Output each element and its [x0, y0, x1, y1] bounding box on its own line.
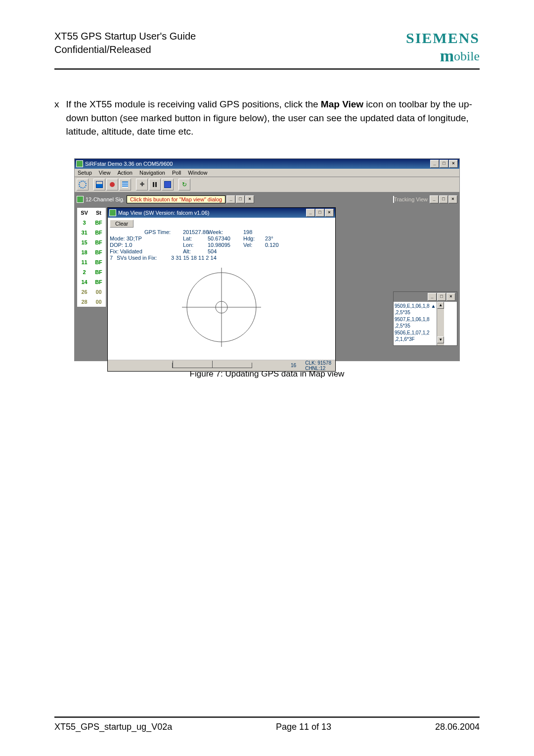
tracking-scrollbar[interactable]: ▲ ▼ — [437, 302, 444, 345]
pause-icon — [153, 182, 157, 187]
page: XT55 GPS Startup User's Guide Confidenti… — [0, 0, 534, 756]
track-line: 9507,E,1,06,1,8 — [395, 316, 436, 323]
scroll-down-icon[interactable]: ▼ — [437, 336, 444, 343]
toolbar: ✚ ↻ — [75, 177, 459, 192]
tracking-mini-window: _ □ × 9509,E,1,06,1,8 ▲ ,2,5*35 9507,E,1… — [393, 291, 457, 346]
label-gpstime: GPS Time: — [144, 229, 183, 235]
tracking-mini-min[interactable]: _ — [428, 293, 437, 301]
label-svs: SVs Used in Fix: — [117, 255, 171, 261]
sv-row: 11BF — [77, 257, 106, 267]
scroll-up-icon[interactable]: ▲ — [437, 302, 444, 309]
toolbar-grid-button[interactable] — [119, 179, 131, 190]
toolbar-pause-button[interactable] — [149, 179, 161, 190]
body-text: x If the XT55 module is receiving valid … — [54, 97, 480, 139]
mapview-title: Map View (SW Version: falcom v1.06) — [118, 210, 209, 216]
sv-row: 15BF — [77, 237, 106, 247]
mapview-titlebar[interactable]: Map View (SW Version: falcom v1.06) _ □ … — [108, 208, 335, 218]
toolbar-signal-button[interactable] — [93, 179, 105, 190]
brand-m: m — [440, 47, 454, 65]
menu-setup[interactable]: Setup — [78, 170, 92, 176]
tracking-mini-titlebar[interactable]: _ □ × — [394, 292, 457, 302]
value-svslist: 3 31 15 18 11 2 14 — [171, 255, 333, 261]
label-dop: DOP: — [110, 242, 123, 248]
mdi-area: 12-Channel Sig. Click this buuton for "M… — [75, 192, 459, 361]
label-lat: Lat: — [183, 236, 208, 241]
status-chnl: CHNL:12 — [305, 366, 331, 371]
tracking-close-button[interactable]: × — [448, 195, 457, 203]
tracking-mini-close[interactable]: × — [446, 293, 455, 301]
scale-ruler — [172, 363, 252, 368]
figure-wrap: SiRFstar Demo 3.36 on COM5/9600 _ □ × Se… — [54, 158, 480, 379]
toolbar-record-button[interactable] — [106, 179, 118, 190]
mapview-footer: 16 CLK: 91578 CHNL:12 — [108, 360, 335, 371]
main-window-controls: _ □ × — [430, 160, 458, 168]
sv-col-st: St — [91, 208, 106, 218]
mapview-close-button[interactable]: × — [325, 209, 334, 217]
toolbar-mapview-button[interactable]: ✚ — [136, 179, 148, 190]
doc-title-line2: Confidential/Released — [54, 43, 196, 56]
para-bold: Map View — [321, 99, 363, 109]
menu-poll[interactable]: Poll — [172, 170, 181, 176]
child-icon — [77, 196, 84, 203]
mapview-max-button[interactable]: □ — [315, 209, 324, 217]
value-alt: 504 — [208, 248, 243, 254]
child-title-strip: 12-Channel Sig. Click this buuton for "M… — [77, 194, 457, 204]
plus-icon: ✚ — [140, 181, 144, 188]
menu-view[interactable]: View — [99, 170, 111, 176]
map-crosshair-icon — [167, 263, 276, 352]
map-area[interactable] — [110, 263, 333, 357]
label-hdg: Hdg: — [243, 236, 265, 241]
gear-icon — [79, 181, 87, 189]
value-svscount: 7 — [110, 255, 117, 261]
close-button[interactable]: × — [449, 160, 458, 168]
mapview-min-button[interactable]: _ — [306, 209, 315, 217]
label-fix: Fix: — [110, 248, 119, 254]
status-clk: CLK: 91578 — [305, 360, 331, 366]
toolbar-refresh-button[interactable]: ↻ — [178, 179, 190, 190]
value-mode: 3D;TP — [127, 236, 142, 241]
minimize-button[interactable]: _ — [430, 160, 439, 168]
brand-sub: mobile — [406, 47, 480, 65]
save-icon — [164, 181, 171, 188]
bullet-paragraph: If the XT55 module is receiving valid GP… — [66, 97, 480, 139]
track-line: 9506,E,1,07,1,2 — [395, 330, 436, 336]
track-line: 9509,E,1,06,1,8 ▲ — [395, 303, 436, 310]
page-footer: XT55_GPS_startup_ug_V02a Page 11 of 13 2… — [54, 716, 480, 732]
toolbar-settings-button[interactable] — [77, 179, 89, 190]
channel-close-button[interactable]: × — [245, 195, 254, 203]
tracking-window-title[interactable]: Tracking View — [393, 196, 429, 202]
footer-right: 28.06.2004 — [435, 722, 480, 732]
value-vel: 0.120 — [265, 242, 289, 248]
channel-min-button[interactable]: _ — [226, 195, 235, 203]
toolbar-save-button[interactable] — [162, 179, 174, 190]
footer-left: XT55_GPS_startup_ug_V02a — [54, 722, 172, 732]
menu-window[interactable]: Window — [188, 170, 207, 176]
channel-window-title[interactable]: 12-Channel Sig. — [84, 196, 127, 202]
label-lon: Lon: — [183, 242, 208, 248]
main-title: SiRFstar Demo 3.36 on COM5/9600 — [85, 161, 173, 167]
main-titlebar[interactable]: SiRFstar Demo 3.36 on COM5/9600 _ □ × — [75, 159, 459, 169]
channel-max-button[interactable]: □ — [236, 195, 245, 203]
label-mode: Mode: — [110, 236, 125, 241]
page-header: XT55 GPS Startup User's Guide Confidenti… — [54, 30, 480, 70]
clear-button[interactable]: Clear — [110, 220, 134, 228]
screenshot: SiRFstar Demo 3.36 on COM5/9600 _ □ × Se… — [74, 158, 460, 361]
mapview-body: Clear GPS Time: 201527.86 Week: 198 Mode… — [108, 218, 335, 360]
tracking-max-button[interactable]: □ — [439, 195, 448, 203]
footer-center: Page 11 of 13 — [276, 722, 331, 732]
doc-title-line1: XT55 GPS Startup User's Guide — [54, 30, 196, 43]
value-lon: 10.98095 — [208, 242, 243, 248]
mapview-icon — [109, 209, 116, 216]
value-week: 198 — [243, 229, 265, 235]
value-gpstime: 201527.86 — [183, 229, 208, 235]
track-line: ,2,5*35 — [395, 323, 436, 330]
brand-block: SIEMENS mobile — [406, 30, 480, 65]
bullet-mark: x — [54, 97, 59, 139]
menu-action[interactable]: Action — [117, 170, 133, 176]
menu-navigation[interactable]: Navigation — [139, 170, 165, 176]
tracking-mini-max[interactable]: □ — [437, 293, 446, 301]
grid-icon — [122, 182, 128, 188]
maximize-button[interactable]: □ — [440, 160, 448, 168]
tracking-min-button[interactable]: _ — [430, 195, 439, 203]
menu-bar: Setup View Action Navigation Poll Window — [75, 169, 459, 177]
